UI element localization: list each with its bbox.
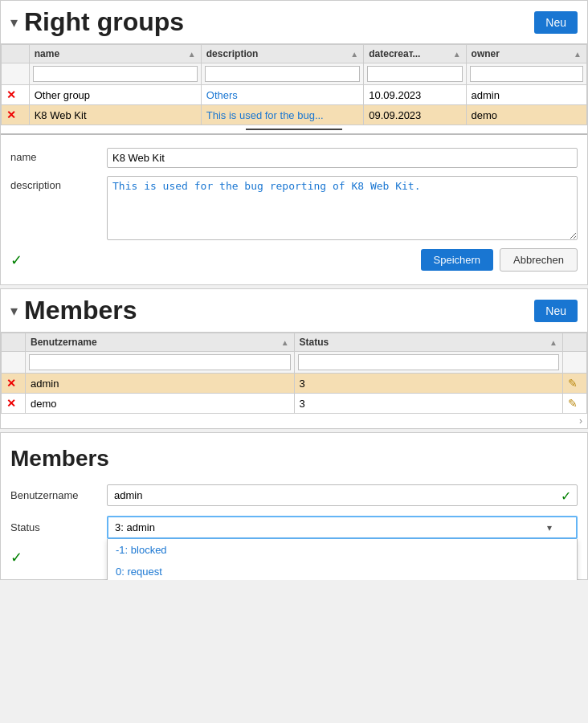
cell-status: 3 [294,394,562,414]
sort-icon-date: ▲ [453,50,461,59]
form-row-description: description [10,176,578,240]
members-header: ▾ Members Neu [1,289,587,333]
dropdown-option[interactable]: 0: request [108,561,577,580]
members-form-benutz-row: Benutzername ✓ [10,484,578,506]
form-row-name: name [10,148,578,168]
form-save-button[interactable]: Speichern [421,249,494,271]
filter-desc-input[interactable] [205,66,361,82]
delete-row-btn[interactable]: ✕ [6,88,16,101]
filter-status-input[interactable] [298,354,559,370]
cell-desc: This is used for the bug... [201,105,364,125]
dropdown-option[interactable]: -1: blocked [108,539,577,561]
cell-benutzername: demo [25,394,294,414]
th-members-delete [2,333,26,352]
cell-owner: admin [466,85,586,105]
members-form-status-select[interactable]: 3: admin ▾ [107,516,578,539]
sort-icon-name: ▲ [188,50,196,59]
cell-status: 3 [294,374,562,394]
table-row[interactable]: ✕ demo 3 ✎ [2,394,587,414]
members-form-section: Members Benutzername ✓ Status 3: admin ▾… [0,432,588,580]
cell-name: Other group [29,85,201,105]
right-groups-section: ▾ Right groups Neu name ▲ description ▲ [0,0,588,285]
form-check-icon: ✓ [10,251,22,269]
filter-owner-input[interactable] [470,66,583,82]
right-groups-header-row: name ▲ description ▲ datecreат... ▲ [2,45,587,63]
delete-member-btn[interactable]: ✕ [6,397,16,410]
cell-desc: Others [201,85,364,105]
members-form-check-icon: ✓ [10,549,22,566]
th-name: name ▲ [29,45,201,63]
filter-name-input[interactable] [33,66,198,82]
collapse-icon[interactable]: ▾ [10,14,18,31]
cell-date: 09.09.2023 [364,105,466,125]
members-form-status-row: Status 3: admin ▾ -1: blocked0: request1… [10,516,578,539]
edit-member-icon[interactable]: ✎ [568,377,578,390]
dropdown-arrow-icon: ▾ [547,522,552,533]
form-label-description: description [10,176,107,191]
table-row[interactable]: ✕ admin 3 ✎ [2,374,587,394]
right-groups-header: ▾ Right groups Neu [1,1,587,44]
benutz-check-icon: ✓ [561,488,571,503]
filter-date-input[interactable] [367,66,462,82]
form-actions: ✓ Speichern Abbrechen [10,248,578,272]
members-form-benutz-input[interactable] [107,484,578,506]
members-title: Members [24,296,534,325]
table-row[interactable]: ✕ K8 Web Kit This is used for the bug...… [2,105,587,125]
form-cancel-button[interactable]: Abbrechen [500,248,578,272]
status-dropdown-menu: -1: blocked0: request1: member, only rea… [107,539,578,580]
sort-icon-desc: ▲ [350,50,358,59]
form-textarea-description[interactable] [107,176,578,240]
th-delete [2,45,30,63]
cell-name: K8 Web Kit [29,105,201,125]
filter-benutz-input[interactable] [29,354,291,370]
members-new-button[interactable]: Neu [534,300,578,322]
status-selected-value: 3: admin [115,521,155,533]
members-header-row: Benutzername ▲ Status ▲ [2,333,587,352]
members-table: Benutzername ▲ Status ▲ [1,333,587,414]
members-form-status-wrap: 3: admin ▾ -1: blocked0: request1: membe… [107,516,578,539]
delete-member-btn[interactable]: ✕ [6,377,16,390]
members-section: ▾ Members Neu Benutzername ▲ Status ▲ [0,288,588,429]
th-edit [562,333,586,352]
cell-date: 10.09.2023 [364,85,466,105]
members-collapse-icon[interactable]: ▾ [10,302,18,320]
delete-row-btn[interactable]: ✕ [6,108,16,121]
table-row[interactable]: ✕ Other group Others 10.09.2023 admin [2,85,587,105]
right-groups-table: name ▲ description ▲ datecreат... ▲ [1,44,587,125]
th-description: description ▲ [201,45,364,63]
th-status: Status ▲ [294,333,562,352]
members-form-status-label: Status [10,521,107,533]
sort-icon-status: ▲ [549,338,557,347]
members-form-title: Members [10,446,578,472]
cell-owner: demo [466,105,586,125]
th-datecreated: datecreат... ▲ [364,45,466,63]
form-label-name: name [10,148,107,163]
right-groups-filter-row [2,63,587,85]
edit-member-icon[interactable]: ✎ [568,397,578,410]
divider [246,129,342,130]
scroll-indicator: › [1,414,587,428]
right-groups-title: Right groups [24,7,534,37]
right-groups-detail-form: name description ✓ Speichern Abbrechen [1,133,587,284]
cell-benutzername: admin [25,374,294,394]
th-benutzername: Benutzername ▲ [25,333,294,352]
sort-icon-owner: ▲ [574,50,582,59]
th-owner: owner ▲ [466,45,586,63]
members-filter-row [2,352,587,374]
right-groups-new-button[interactable]: Neu [534,11,578,34]
members-form-benutz-label: Benutzername [10,489,107,501]
members-form-benutz-wrap: ✓ [107,484,578,506]
form-input-name[interactable] [107,148,578,168]
sort-icon-benutz: ▲ [281,338,289,347]
